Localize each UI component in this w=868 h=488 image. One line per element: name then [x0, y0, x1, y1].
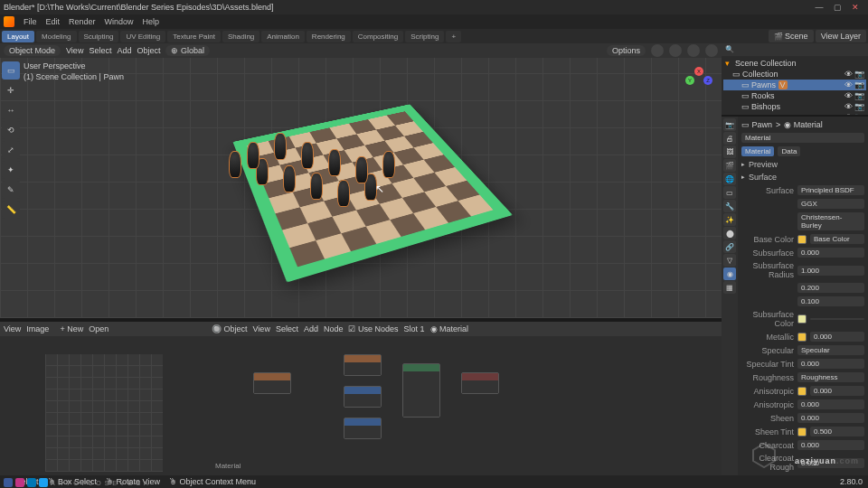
- property-row[interactable]: Metallic0.000: [741, 330, 864, 343]
- property-row[interactable]: 0.100: [741, 295, 864, 308]
- prop-tab-constraint[interactable]: 🔗: [723, 240, 736, 253]
- sss-method[interactable]: Christensen-Burley: [797, 212, 864, 230]
- node-object-mode[interactable]: 🔘 Object: [212, 324, 248, 333]
- data-tab[interactable]: Data: [778, 146, 800, 156]
- shading-wireframe[interactable]: [651, 44, 664, 57]
- node-editor-area[interactable]: Material: [208, 336, 722, 475]
- vp-menu-object[interactable]: Object: [137, 46, 160, 55]
- tool-transform[interactable]: ✦: [2, 161, 20, 179]
- vp-menu-add[interactable]: Add: [117, 46, 131, 55]
- minimize-button[interactable]: —: [810, 3, 828, 12]
- prop-tab-texture[interactable]: ▦: [723, 281, 736, 294]
- workspace-modeling[interactable]: Modeling: [36, 31, 76, 42]
- node-menu-node[interactable]: Node: [324, 324, 344, 333]
- tool-scale[interactable]: ⤢: [2, 141, 20, 159]
- prop-tab-object[interactable]: ▭: [723, 186, 736, 199]
- outliner-root[interactable]: ▾Scene Collection: [723, 58, 866, 69]
- prop-tab-output[interactable]: 🖨: [723, 132, 736, 145]
- workspace-compositing[interactable]: Compositing: [353, 31, 403, 42]
- property-row[interactable]: Anisotropic0.000: [741, 384, 864, 398]
- property-row[interactable]: SpecularSpecular: [741, 343, 864, 357]
- property-row[interactable]: Sheen0.000: [741, 411, 864, 425]
- shader-node[interactable]: [253, 372, 291, 394]
- material-tab[interactable]: Material: [741, 146, 774, 156]
- property-row[interactable]: RoughnessRoughness: [741, 371, 864, 384]
- workspace-sculpting[interactable]: Sculpting: [79, 31, 119, 42]
- property-row[interactable]: 0.200: [741, 281, 864, 295]
- tool-move[interactable]: ↔: [2, 101, 20, 119]
- section-surface[interactable]: Surface: [741, 171, 864, 183]
- property-row[interactable]: Anisotropic0.000: [741, 398, 864, 411]
- property-row[interactable]: Specular Tint0.000: [741, 357, 864, 371]
- use-nodes-toggle[interactable]: ☑ Use Nodes: [348, 324, 398, 333]
- 3d-viewport[interactable]: User Perspective (1) Scene Collection | …: [0, 58, 722, 318]
- menu-edit[interactable]: Edit: [46, 17, 61, 26]
- img-menu-view[interactable]: View: [4, 324, 21, 333]
- close-button[interactable]: ✕: [846, 3, 864, 12]
- img-new-button[interactable]: + New: [60, 324, 83, 333]
- shading-solid[interactable]: [669, 44, 682, 57]
- tool-annotate[interactable]: ✎: [2, 181, 20, 199]
- node-material-selector[interactable]: ◉ Material: [430, 324, 469, 333]
- workspace-layout[interactable]: Layout: [2, 31, 34, 42]
- property-row[interactable]: Sheen Tint0.500: [741, 425, 864, 438]
- outliner-item[interactable]: ▭Rooks👁📷: [723, 90, 866, 101]
- shading-lookdev[interactable]: [687, 44, 700, 57]
- shader-node[interactable]: [402, 363, 440, 418]
- property-row[interactable]: Subsurface0.000: [741, 246, 864, 259]
- tool-rotate[interactable]: ⟲: [2, 121, 20, 139]
- slot-selector[interactable]: Slot 1: [403, 324, 424, 333]
- node-menu-view[interactable]: View: [253, 324, 270, 333]
- nav-gizmo[interactable]: X Y Z: [685, 67, 712, 94]
- menu-file[interactable]: File: [24, 17, 37, 26]
- prop-tab-modifier[interactable]: 🔧: [723, 200, 736, 212]
- prop-tab-data[interactable]: ▽: [723, 254, 736, 267]
- workspace-add[interactable]: +: [446, 31, 461, 42]
- prop-tab-render[interactable]: 📷: [723, 118, 736, 131]
- mode-selector[interactable]: Object Mode: [4, 45, 61, 56]
- prop-tab-scene[interactable]: 🎬: [723, 159, 736, 172]
- property-row[interactable]: Subsurface Radius1.000: [741, 259, 864, 281]
- orientation-selector[interactable]: ⊕ Global: [165, 45, 210, 56]
- shader-node[interactable]: [344, 354, 382, 376]
- menu-window[interactable]: Window: [105, 17, 134, 26]
- distribution[interactable]: GGX: [797, 199, 864, 209]
- viewlayer-selector[interactable]: View Layer: [816, 30, 866, 42]
- node-menu-add[interactable]: Add: [304, 324, 318, 333]
- section-preview[interactable]: Preview: [741, 158, 864, 171]
- workspace-texpaint[interactable]: Texture Paint: [167, 31, 221, 42]
- tool-measure[interactable]: 📏: [2, 201, 20, 219]
- outliner-item[interactable]: ▭Bishops👁📷: [723, 101, 866, 112]
- prop-tab-particle[interactable]: ✨: [723, 213, 736, 226]
- shader-node[interactable]: [344, 386, 382, 408]
- prop-tab-world[interactable]: 🌐: [723, 173, 736, 185]
- prop-tab-material[interactable]: ◉: [723, 267, 736, 280]
- property-row[interactable]: Subsurface Color: [741, 308, 864, 330]
- tool-cursor[interactable]: ✛: [2, 81, 20, 99]
- outliner-item[interactable]: ▭Pawns V👁📷: [723, 80, 866, 90]
- workspace-rendering[interactable]: Rendering: [307, 31, 351, 42]
- property-row[interactable]: Base ColorBase Color: [741, 232, 864, 246]
- img-open-button[interactable]: Open: [89, 324, 108, 333]
- vp-menu-select[interactable]: Select: [89, 46, 111, 55]
- workspace-scripting[interactable]: Scripting: [405, 31, 444, 42]
- image-editor-area[interactable]: [0, 336, 208, 475]
- scene-selector[interactable]: 🎬 Scene: [769, 30, 814, 42]
- shader-node[interactable]: [344, 418, 382, 439]
- maximize-button[interactable]: ▢: [828, 3, 846, 12]
- tool-select[interactable]: ▭: [2, 61, 20, 80]
- prop-tab-viewlayer[interactable]: 🖼: [723, 145, 736, 158]
- menu-help[interactable]: Help: [143, 17, 160, 26]
- node-menu-select[interactable]: Select: [276, 324, 298, 333]
- shader-node[interactable]: [461, 372, 499, 394]
- workspace-animation[interactable]: Animation: [261, 31, 305, 42]
- workspace-shading[interactable]: Shading: [222, 31, 259, 42]
- shading-rendered[interactable]: [705, 44, 718, 57]
- vp-menu-view[interactable]: View: [66, 46, 83, 55]
- outliner-item[interactable]: ▭Collection👁📷: [723, 69, 866, 80]
- menu-render[interactable]: Render: [69, 17, 96, 26]
- material-slot[interactable]: Material: [741, 133, 864, 143]
- options-dropdown[interactable]: Options: [607, 45, 646, 56]
- surface-shader[interactable]: Principled BSDF: [797, 185, 864, 195]
- prop-tab-physics[interactable]: ⬤: [723, 227, 736, 239]
